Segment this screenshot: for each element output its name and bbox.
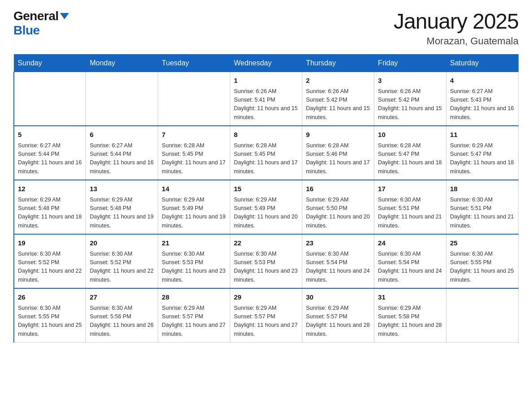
- calendar-header-wednesday: Wednesday: [230, 55, 302, 72]
- calendar-cell: [158, 72, 230, 126]
- cell-day-number: 27: [90, 292, 154, 303]
- calendar-week-row: 26Sunrise: 6:30 AMSunset: 5:55 PMDayligh…: [14, 288, 519, 342]
- cell-sun-info: Sunrise: 6:29 AMSunset: 5:58 PMDaylight:…: [378, 304, 442, 339]
- calendar-cell: 29Sunrise: 6:29 AMSunset: 5:57 PMDayligh…: [230, 288, 302, 342]
- calendar-cell: 16Sunrise: 6:29 AMSunset: 5:50 PMDayligh…: [302, 180, 374, 234]
- calendar-week-row: 19Sunrise: 6:30 AMSunset: 5:52 PMDayligh…: [14, 234, 519, 288]
- cell-sun-info: Sunrise: 6:29 AMSunset: 5:49 PMDaylight:…: [162, 196, 226, 231]
- calendar-cell: 24Sunrise: 6:30 AMSunset: 5:54 PMDayligh…: [374, 234, 446, 288]
- logo-general-text: General: [13, 9, 59, 23]
- calendar-cell: 18Sunrise: 6:30 AMSunset: 5:51 PMDayligh…: [446, 180, 519, 234]
- calendar-cell: 6Sunrise: 6:27 AMSunset: 5:44 PMDaylight…: [86, 126, 158, 180]
- cell-day-number: 1: [234, 76, 298, 86]
- cell-day-number: 15: [234, 184, 298, 194]
- cell-day-number: 13: [90, 184, 154, 194]
- cell-sun-info: Sunrise: 6:29 AMSunset: 5:48 PMDaylight:…: [18, 196, 82, 231]
- calendar-header-thursday: Thursday: [302, 55, 374, 72]
- cell-day-number: 28: [162, 292, 226, 303]
- cell-sun-info: Sunrise: 6:28 AMSunset: 5:45 PMDaylight:…: [234, 141, 298, 176]
- calendar-week-row: 1Sunrise: 6:26 AMSunset: 5:41 PMDaylight…: [14, 72, 519, 126]
- calendar-cell: 4Sunrise: 6:27 AMSunset: 5:43 PMDaylight…: [446, 72, 519, 126]
- cell-sun-info: Sunrise: 6:29 AMSunset: 5:48 PMDaylight:…: [90, 196, 154, 231]
- cell-day-number: 19: [18, 238, 82, 248]
- calendar-table: SundayMondayTuesdayWednesdayThursdayFrid…: [13, 54, 519, 342]
- cell-sun-info: Sunrise: 6:29 AMSunset: 5:50 PMDaylight:…: [306, 196, 370, 231]
- cell-sun-info: Sunrise: 6:30 AMSunset: 5:52 PMDaylight:…: [90, 250, 154, 285]
- cell-sun-info: Sunrise: 6:30 AMSunset: 5:56 PMDaylight:…: [90, 304, 154, 339]
- calendar-header-friday: Friday: [374, 55, 446, 72]
- cell-day-number: 26: [18, 292, 82, 303]
- calendar-cell: 2Sunrise: 6:26 AMSunset: 5:42 PMDaylight…: [302, 72, 374, 126]
- cell-sun-info: Sunrise: 6:28 AMSunset: 5:45 PMDaylight:…: [162, 141, 226, 176]
- cell-day-number: 17: [378, 184, 442, 194]
- month-title: January 2025: [394, 9, 519, 34]
- calendar-cell: 21Sunrise: 6:30 AMSunset: 5:53 PMDayligh…: [158, 234, 230, 288]
- cell-sun-info: Sunrise: 6:30 AMSunset: 5:54 PMDaylight:…: [306, 250, 370, 285]
- page-header: General Blue January 2025 Morazan, Guate…: [13, 9, 519, 47]
- calendar-header-monday: Monday: [86, 55, 158, 72]
- calendar-header-sunday: Sunday: [14, 55, 86, 72]
- calendar-cell: 28Sunrise: 6:29 AMSunset: 5:57 PMDayligh…: [158, 288, 230, 342]
- cell-day-number: 31: [378, 292, 442, 303]
- cell-day-number: 8: [234, 130, 298, 140]
- calendar-cell: 15Sunrise: 6:29 AMSunset: 5:49 PMDayligh…: [230, 180, 302, 234]
- cell-sun-info: Sunrise: 6:29 AMSunset: 5:57 PMDaylight:…: [306, 304, 370, 339]
- cell-day-number: 14: [162, 184, 226, 194]
- cell-sun-info: Sunrise: 6:28 AMSunset: 5:47 PMDaylight:…: [378, 141, 442, 176]
- calendar-cell: 22Sunrise: 6:30 AMSunset: 5:53 PMDayligh…: [230, 234, 302, 288]
- cell-sun-info: Sunrise: 6:27 AMSunset: 5:44 PMDaylight:…: [90, 141, 154, 176]
- calendar-cell: 7Sunrise: 6:28 AMSunset: 5:45 PMDaylight…: [158, 126, 230, 180]
- cell-sun-info: Sunrise: 6:30 AMSunset: 5:51 PMDaylight:…: [450, 196, 515, 231]
- cell-day-number: 20: [90, 238, 154, 248]
- cell-day-number: 11: [450, 130, 515, 140]
- logo: General Blue: [13, 9, 69, 38]
- calendar-header-tuesday: Tuesday: [158, 55, 230, 72]
- calendar-cell: 23Sunrise: 6:30 AMSunset: 5:54 PMDayligh…: [302, 234, 374, 288]
- calendar-cell: 14Sunrise: 6:29 AMSunset: 5:49 PMDayligh…: [158, 180, 230, 234]
- cell-day-number: 4: [450, 76, 515, 86]
- calendar-header-row: SundayMondayTuesdayWednesdayThursdayFrid…: [14, 55, 519, 72]
- cell-sun-info: Sunrise: 6:30 AMSunset: 5:54 PMDaylight:…: [378, 250, 442, 285]
- calendar-cell: 8Sunrise: 6:28 AMSunset: 5:45 PMDaylight…: [230, 126, 302, 180]
- cell-day-number: 22: [234, 238, 298, 248]
- calendar-cell: [446, 288, 519, 342]
- cell-day-number: 24: [378, 238, 442, 248]
- calendar-cell: 20Sunrise: 6:30 AMSunset: 5:52 PMDayligh…: [86, 234, 158, 288]
- calendar-cell: 25Sunrise: 6:30 AMSunset: 5:55 PMDayligh…: [446, 234, 519, 288]
- cell-sun-info: Sunrise: 6:30 AMSunset: 5:55 PMDaylight:…: [450, 250, 515, 285]
- cell-sun-info: Sunrise: 6:26 AMSunset: 5:41 PMDaylight:…: [234, 87, 298, 122]
- cell-day-number: 3: [378, 76, 442, 86]
- calendar-cell: [14, 72, 86, 126]
- cell-sun-info: Sunrise: 6:29 AMSunset: 5:57 PMDaylight:…: [162, 304, 226, 339]
- calendar-cell: 5Sunrise: 6:27 AMSunset: 5:44 PMDaylight…: [14, 126, 86, 180]
- calendar-cell: 30Sunrise: 6:29 AMSunset: 5:57 PMDayligh…: [302, 288, 374, 342]
- cell-day-number: 18: [450, 184, 515, 194]
- cell-day-number: 6: [90, 130, 154, 140]
- cell-sun-info: Sunrise: 6:27 AMSunset: 5:44 PMDaylight:…: [18, 141, 82, 176]
- logo-triangle-icon: [60, 13, 69, 19]
- calendar-header-saturday: Saturday: [446, 55, 519, 72]
- calendar-week-row: 12Sunrise: 6:29 AMSunset: 5:48 PMDayligh…: [14, 180, 519, 234]
- calendar-cell: 17Sunrise: 6:30 AMSunset: 5:51 PMDayligh…: [374, 180, 446, 234]
- calendar-cell: 26Sunrise: 6:30 AMSunset: 5:55 PMDayligh…: [14, 288, 86, 342]
- location-title: Morazan, Guatemala: [394, 35, 519, 47]
- calendar-cell: 1Sunrise: 6:26 AMSunset: 5:41 PMDaylight…: [230, 72, 302, 126]
- cell-sun-info: Sunrise: 6:30 AMSunset: 5:52 PMDaylight:…: [18, 250, 82, 285]
- calendar-cell: 31Sunrise: 6:29 AMSunset: 5:58 PMDayligh…: [374, 288, 446, 342]
- cell-day-number: 12: [18, 184, 82, 194]
- calendar-cell: 13Sunrise: 6:29 AMSunset: 5:48 PMDayligh…: [86, 180, 158, 234]
- cell-sun-info: Sunrise: 6:27 AMSunset: 5:43 PMDaylight:…: [450, 87, 515, 122]
- calendar-cell: 10Sunrise: 6:28 AMSunset: 5:47 PMDayligh…: [374, 126, 446, 180]
- cell-sun-info: Sunrise: 6:30 AMSunset: 5:53 PMDaylight:…: [234, 250, 298, 285]
- logo-blue-text: Blue: [13, 23, 40, 38]
- calendar-cell: 19Sunrise: 6:30 AMSunset: 5:52 PMDayligh…: [14, 234, 86, 288]
- cell-sun-info: Sunrise: 6:28 AMSunset: 5:46 PMDaylight:…: [306, 141, 370, 176]
- cell-day-number: 9: [306, 130, 370, 140]
- cell-day-number: 29: [234, 292, 298, 303]
- calendar-cell: 11Sunrise: 6:29 AMSunset: 5:47 PMDayligh…: [446, 126, 519, 180]
- title-area: January 2025 Morazan, Guatemala: [394, 9, 519, 47]
- cell-day-number: 2: [306, 76, 370, 86]
- cell-sun-info: Sunrise: 6:30 AMSunset: 5:53 PMDaylight:…: [162, 250, 226, 285]
- calendar-cell: 9Sunrise: 6:28 AMSunset: 5:46 PMDaylight…: [302, 126, 374, 180]
- cell-day-number: 23: [306, 238, 370, 248]
